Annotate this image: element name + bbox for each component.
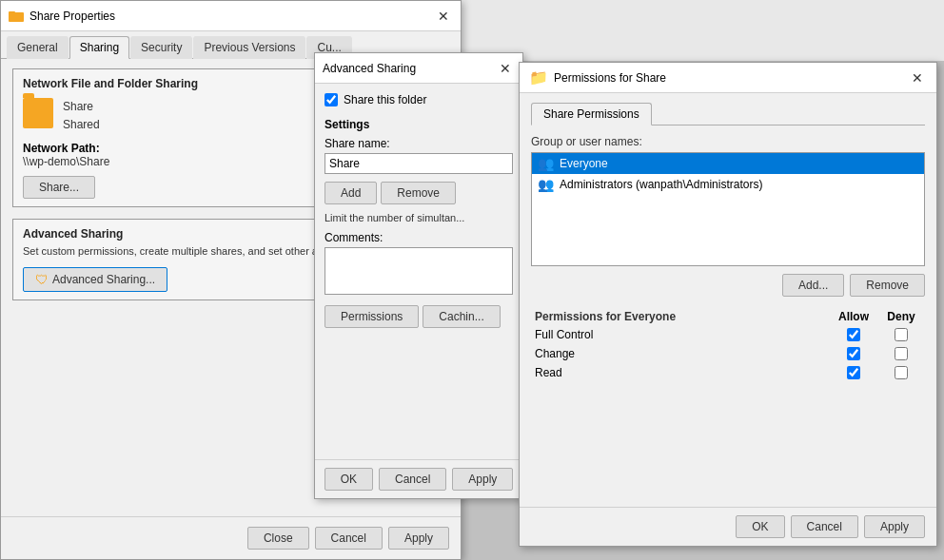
advanced-sharing-dialog: Advanced Sharing ✕ Share this folder Set…: [314, 52, 523, 499]
add-remove-row: Add Remove: [324, 182, 513, 204]
everyone-icon: 👥: [538, 156, 554, 171]
share-name-input[interactable]: [324, 153, 513, 174]
remove-user-button[interactable]: Remove: [850, 274, 925, 297]
full-control-deny-cell: [877, 325, 925, 344]
perm-ok-button[interactable]: OK: [736, 515, 784, 538]
advanced-sharing-btn-label: Advanced Sharing...: [52, 273, 155, 286]
share-name-field: Share name:: [324, 137, 513, 174]
add-user-button[interactable]: Add...: [782, 274, 844, 297]
adv-sharing-close[interactable]: ✕: [496, 59, 515, 78]
share-properties-titlebar: Share Properties ✕: [1, 1, 461, 31]
everyone-label: Everyone: [560, 157, 608, 170]
folder-title-icon: [9, 9, 24, 24]
full-control-label: Full Control: [531, 325, 830, 344]
permissions-button[interactable]: Permissions: [324, 305, 419, 328]
add-share-button[interactable]: Add: [324, 182, 377, 204]
comments-textarea[interactable]: [324, 247, 513, 295]
change-label: Change: [531, 344, 830, 363]
share-properties-close[interactable]: ✕: [434, 7, 453, 26]
share-folder-label: Share this folder: [344, 93, 426, 106]
permissions-for-header: Permissions for Everyone: [531, 308, 830, 325]
full-control-allow-cell: [830, 325, 877, 344]
table-row: Change: [531, 344, 925, 363]
share-info: Share Shared: [63, 98, 100, 134]
users-list: 👥 Everyone 👥 Administrators (wanpath\Adm…: [531, 152, 925, 266]
titlebar-left: Share Properties: [9, 9, 115, 24]
close-button[interactable]: Close: [247, 527, 309, 550]
adv-sharing-titlebar: Advanced Sharing ✕: [315, 53, 522, 84]
administrators-label: Administrators (wanpath\Administrators): [560, 178, 762, 191]
permissions-dialog: 📁 Permissions for Share ✕ Share Permissi…: [519, 62, 937, 547]
change-deny-checkbox[interactable]: [895, 347, 908, 360]
table-row: Read: [531, 363, 925, 382]
tab-sharing[interactable]: Sharing: [69, 36, 129, 59]
tab-share-permissions[interactable]: Share Permissions: [531, 103, 652, 126]
perm-tabs-bar: Share Permissions: [531, 103, 925, 126]
permissions-table: Permissions for Everyone Allow Deny Full…: [531, 308, 925, 382]
full-control-allow-checkbox[interactable]: [847, 328, 860, 341]
share-properties-title: Share Properties: [30, 10, 115, 23]
table-row: Full Control: [531, 325, 925, 344]
perm-title-left: 📁 Permissions for Share: [529, 68, 666, 87]
shared-folder-icon: [23, 98, 53, 128]
perm-folder-icon: 📁: [529, 68, 548, 87]
change-deny-cell: [877, 344, 925, 363]
perm-dialog-close[interactable]: ✕: [908, 68, 927, 87]
share-status: Shared: [63, 116, 100, 134]
perm-apply-button[interactable]: Apply: [864, 515, 925, 538]
adv-sharing-content: Share this folder Settings Share name: A…: [315, 84, 522, 338]
adv-sharing-footer: OK Cancel Apply: [315, 459, 522, 498]
background-header: [459, 0, 944, 62]
share-properties-footer: Close Cancel Apply: [1, 516, 461, 559]
deny-header: Deny: [877, 308, 925, 325]
read-deny-checkbox[interactable]: [895, 366, 908, 379]
read-allow-checkbox[interactable]: [847, 366, 860, 379]
perm-dialog-content: Share Permissions Group or user names: 👥…: [520, 93, 936, 392]
comments-label: Comments:: [324, 231, 513, 244]
perm-dialog-title: Permissions for Share: [554, 71, 666, 85]
perm-dialog-titlebar: 📁 Permissions for Share ✕: [520, 63, 936, 93]
share-name-label: Share name:: [324, 137, 513, 150]
change-allow-checkbox[interactable]: [847, 347, 860, 360]
adv-sharing-title: Advanced Sharing: [323, 62, 416, 75]
adv-apply-button[interactable]: Apply: [452, 468, 513, 491]
caching-button[interactable]: Cachin...: [423, 305, 500, 328]
share-folder-checkbox[interactable]: [324, 93, 338, 106]
allow-header: Allow: [830, 308, 877, 325]
share-folder-checkbox-row: Share this folder: [324, 93, 513, 106]
remove-share-button[interactable]: Remove: [381, 182, 456, 204]
tab-general[interactable]: General: [7, 36, 69, 59]
group-users-label: Group or user names:: [531, 135, 925, 148]
apply-button[interactable]: Apply: [388, 527, 449, 550]
settings-label: Settings: [324, 118, 513, 131]
perm-dialog-footer: OK Cancel Apply: [520, 507, 936, 546]
svg-rect-1: [9, 11, 15, 14]
change-allow-cell: [830, 344, 877, 363]
read-deny-cell: [877, 363, 925, 382]
tab-security[interactable]: Security: [130, 36, 192, 59]
read-allow-cell: [830, 363, 877, 382]
users-add-remove-row: Add... Remove: [531, 274, 925, 297]
adv-cancel-button[interactable]: Cancel: [379, 468, 446, 491]
advanced-sharing-button[interactable]: 🛡 Advanced Sharing...: [23, 267, 167, 292]
share-name: Share: [63, 98, 100, 116]
perm-cancel-button[interactable]: Cancel: [791, 515, 858, 538]
user-item-administrators[interactable]: 👥 Administrators (wanpath\Administrators…: [532, 174, 924, 195]
adv-ok-button[interactable]: OK: [324, 468, 373, 491]
read-label: Read: [531, 363, 830, 382]
shield-icon: 🛡: [35, 272, 49, 287]
user-item-everyone[interactable]: 👥 Everyone: [532, 153, 924, 174]
tab-previous-versions[interactable]: Previous Versions: [193, 36, 305, 59]
full-control-deny-checkbox[interactable]: [895, 328, 908, 341]
limit-row: Limit the number of simultan...: [324, 212, 513, 223]
share-button[interactable]: Share...: [23, 176, 95, 199]
cancel-button[interactable]: Cancel: [315, 527, 383, 550]
perm-caching-row: Permissions Cachin...: [324, 305, 513, 328]
admin-icon: 👥: [538, 177, 554, 192]
